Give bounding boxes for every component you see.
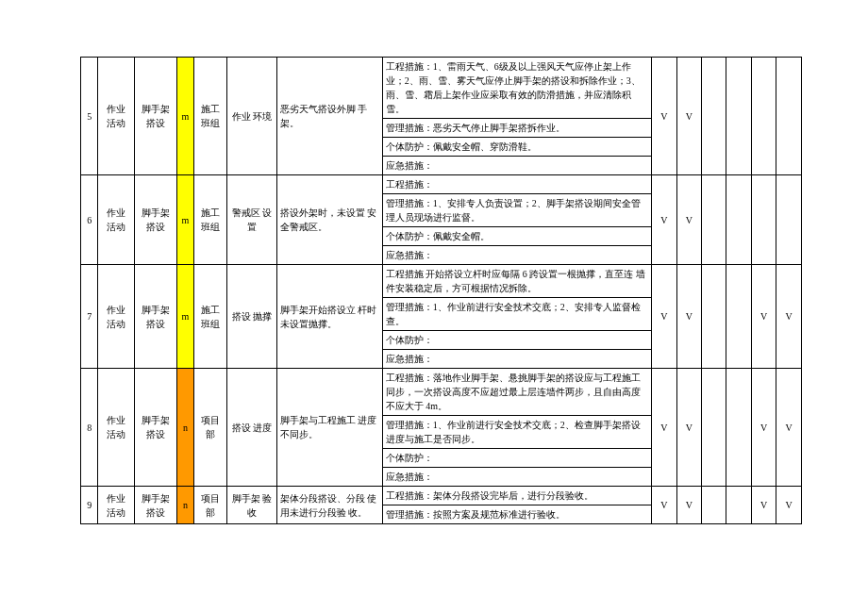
activity: 作业 活动	[98, 58, 135, 175]
check-cell	[726, 487, 751, 524]
sub-activity: 脚手架 搭设	[135, 265, 177, 369]
measure-cell: 管理措施：恶劣天气停止脚手架搭拆作业。	[382, 119, 651, 138]
row-number: 7	[81, 265, 98, 369]
check-cell	[726, 175, 751, 265]
check-cell: V	[652, 487, 676, 524]
row-number: 8	[81, 369, 98, 487]
measure-cell: 管理措施：1、作业前进行安全技术交底；2、检查脚手架搭设 进度与施工是否同步。	[382, 416, 651, 449]
code: n	[176, 369, 193, 487]
row-number: 9	[81, 487, 98, 524]
check-cell	[702, 175, 726, 265]
activity: 作业 活动	[98, 487, 135, 524]
check-cell: V	[652, 175, 676, 265]
measure-cell: 工程措施：架体分段搭设完毕后，进行分段验收。	[382, 487, 651, 505]
measure-cell: 应急措施：	[382, 350, 651, 369]
check-cell: V	[776, 487, 802, 524]
description: 搭设 抛撑	[226, 265, 276, 369]
group: 项目 部	[194, 369, 227, 487]
check-cell: V	[676, 175, 701, 265]
check-cell	[702, 487, 726, 524]
code: m	[176, 265, 193, 369]
measure-cell: 应急措施：	[382, 468, 651, 487]
row-number: 5	[81, 58, 98, 175]
row-number: 6	[81, 175, 98, 265]
measure-cell: 工程措施：1、雷雨天气、6级及以上强风天气应停止架上作业；2、雨、雪、雾天气应停…	[382, 58, 651, 119]
check-cell	[776, 175, 802, 265]
detail: 脚手架开始搭设立 杆时未设置抛撑。	[276, 265, 382, 369]
check-cell	[726, 369, 751, 487]
check-cell: V	[652, 58, 676, 175]
group: 施工班组	[194, 265, 227, 369]
measure-cell: 个体防护：佩戴安全帽。	[382, 227, 651, 246]
measure-cell: 个体防护：	[382, 331, 651, 350]
check-cell: V	[652, 265, 676, 369]
measure-cell: 应急措施：	[382, 157, 651, 175]
check-cell	[702, 369, 726, 487]
detail: 恶劣天气搭设外脚 手架。	[276, 58, 382, 175]
sub-activity: 脚手架 搭设	[135, 487, 177, 524]
measure-cell: 管理措施：按照方案及规范标准进行验收。	[382, 505, 651, 524]
measure-cell: 管理措施：1、作业前进行安全技术交底；2、安排专人监督检 查。	[382, 298, 651, 331]
check-cell: V	[751, 265, 776, 369]
check-cell	[751, 175, 776, 265]
activity: 作业 活动	[98, 369, 135, 487]
measure-cell: 工程措施 开始搭设立杆时应每隔 6 跨设置一根抛撑，直至连 墙件安装稳定后，方可…	[382, 265, 651, 298]
check-cell: V	[776, 265, 802, 369]
detail: 搭设外架时，未设置 安全警戒区。	[276, 175, 382, 265]
activity: 作业 活动	[98, 265, 135, 369]
check-cell: V	[676, 487, 701, 524]
measure-cell: 应急措施：	[382, 246, 651, 265]
sub-activity: 脚手架 搭设	[135, 369, 177, 487]
description: 作业 环境	[226, 58, 276, 175]
code: m	[176, 58, 193, 175]
table-row: 6作业 活动脚手架 搭设m施工班组警戒区 设置搭设外架时，未设置 安全警戒区。工…	[81, 175, 802, 194]
check-cell: V	[751, 487, 776, 524]
table-row: 9作业 活动脚手架 搭设n项目 部脚手架 验收架体分段搭设、分段 使用未进行分段…	[81, 487, 802, 505]
measure-cell: 管理措施：1、安排专人负责设置；2、脚手架搭设期间安全管理人员现场进行监督。	[382, 194, 651, 227]
group: 施工班组	[194, 58, 227, 175]
safety-table: 5作业 活动脚手架 搭设m施工班组作业 环境恶劣天气搭设外脚 手架。工程措施：1…	[80, 57, 802, 524]
check-cell: V	[676, 369, 701, 487]
check-cell	[726, 58, 751, 175]
check-cell	[776, 58, 802, 175]
check-cell: V	[676, 58, 701, 175]
measure-cell: 个体防护：佩戴安全帽、穿防滑鞋。	[382, 138, 651, 157]
measure-cell: 个体防护：	[382, 449, 651, 468]
description: 脚手架 验收	[226, 487, 276, 524]
code: m	[176, 175, 193, 265]
table-row: 8作业 活动脚手架 搭设n项目 部搭设 进度脚手架与工程施工 进度不同步。工程措…	[81, 369, 802, 416]
check-cell	[726, 265, 751, 369]
table-row: 7作业 活动脚手架 搭设m施工班组搭设 抛撑脚手架开始搭设立 杆时未设置抛撑。工…	[81, 265, 802, 298]
group: 项目 部	[194, 487, 227, 524]
check-cell: V	[676, 265, 701, 369]
description: 搭设 进度	[226, 369, 276, 487]
check-cell	[702, 265, 726, 369]
measure-cell: 工程措施：落地作业脚手架、悬挑脚手架的搭设应与工程施工 同步，一次搭设高度不应超…	[382, 369, 651, 416]
detail: 架体分段搭设、分段 使用未进行分段验 收。	[276, 487, 382, 524]
check-cell: V	[751, 369, 776, 487]
detail: 脚手架与工程施工 进度不同步。	[276, 369, 382, 487]
description: 警戒区 设置	[226, 175, 276, 265]
check-cell: V	[776, 369, 802, 487]
activity: 作业 活动	[98, 175, 135, 265]
table-row: 5作业 活动脚手架 搭设m施工班组作业 环境恶劣天气搭设外脚 手架。工程措施：1…	[81, 58, 802, 119]
group: 施工班组	[194, 175, 227, 265]
code: n	[176, 487, 193, 524]
sub-activity: 脚手架 搭设	[135, 175, 177, 265]
measure-cell: 工程措施：	[382, 175, 651, 194]
check-cell: V	[652, 369, 676, 487]
check-cell	[751, 58, 776, 175]
sub-activity: 脚手架 搭设	[135, 58, 177, 175]
check-cell	[702, 58, 726, 175]
